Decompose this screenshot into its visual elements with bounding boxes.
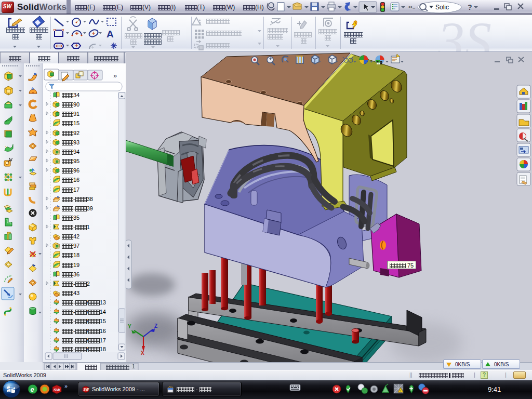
svg-text:e: e <box>31 385 34 393</box>
svg-text:3S: 3S <box>437 15 491 51</box>
svg-text:Solic: Solic <box>435 4 449 11</box>
svg-text:••..: ••.. <box>408 4 416 10</box>
svg-text:»: » <box>64 383 68 389</box>
svg-text:?: ? <box>468 3 472 11</box>
svg-text:SW: SW <box>54 388 61 392</box>
svg-text:9:41: 9:41 <box>488 385 501 393</box>
svg-text:A: A <box>107 29 114 39</box>
svg-text:Z: Z <box>154 323 157 329</box>
svg-text:SW: SW <box>84 388 89 391</box>
svg-text:!: ! <box>400 389 401 393</box>
svg-text:Y: Y <box>128 324 131 329</box>
svg-text:X: X <box>141 350 144 356</box>
